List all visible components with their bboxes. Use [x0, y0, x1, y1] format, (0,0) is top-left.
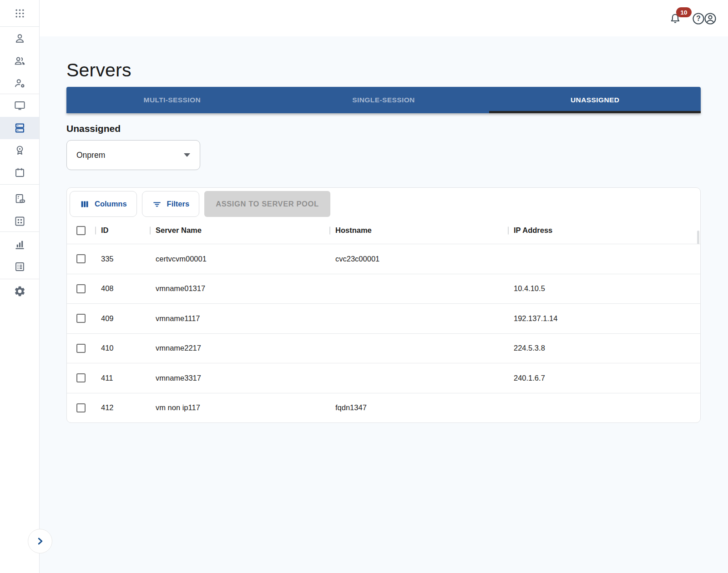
row-checkbox-cell [67, 344, 95, 353]
columns-button[interactable]: Columns [70, 191, 137, 217]
svg-text:?: ? [696, 15, 701, 22]
row-checkbox[interactable] [76, 373, 86, 382]
scrollbar-thumb[interactable] [697, 231, 699, 244]
cell-server-name: vmname01317 [150, 284, 329, 293]
table-toolbar: Columns Filters ASSIGN TO SERVER POOL [67, 188, 700, 217]
account-button[interactable] [703, 12, 717, 25]
sidebar-item-reports[interactable] [0, 233, 39, 256]
badge-icon [14, 144, 26, 156]
account-icon [703, 12, 717, 25]
environment-dropdown[interactable]: Onprem [66, 140, 200, 170]
table-body: 335 certvcvm00001 cvc23c00001 408 vmname… [67, 244, 700, 422]
page-title: Servers [66, 60, 131, 81]
document-link-icon [14, 193, 26, 205]
table-row[interactable]: 409 vmname1117 192.137.1.14 [67, 303, 700, 333]
cell-server-name: vm non ip117 [150, 403, 329, 412]
cell-hostname: fqdn1347 [329, 403, 508, 412]
sidebar-item-desktops[interactable] [0, 95, 39, 117]
chevron-down-icon [184, 153, 190, 157]
sidebar-expand-button[interactable] [28, 529, 52, 553]
row-checkbox-cell [67, 403, 95, 412]
section-heading: Unassigned [66, 123, 121, 134]
tab-single-session[interactable]: SINGLE-SESSION [278, 87, 490, 113]
table-row[interactable]: 408 vmname01317 10.4.10.5 [67, 274, 700, 304]
sidebar [0, 0, 40, 573]
row-checkbox[interactable] [76, 254, 86, 263]
row-checkbox-cell [67, 314, 95, 323]
table-row[interactable]: 335 certvcvm00001 cvc23c00001 [67, 244, 700, 274]
header-checkbox-cell [67, 226, 95, 235]
apps-grid-icon [14, 8, 25, 19]
monitor-icon [14, 100, 26, 112]
row-checkbox[interactable] [76, 344, 86, 353]
cell-ip-address: 10.4.10.5 [508, 284, 700, 293]
sidebar-item-groups[interactable] [0, 50, 39, 72]
filters-button[interactable]: Filters [142, 191, 200, 217]
settings-icon [14, 285, 26, 297]
sidebar-item-schedule[interactable] [0, 161, 39, 184]
sidebar-item-applications[interactable] [0, 210, 39, 232]
cell-id: 335 [95, 255, 150, 263]
cell-server-name: certvcvm00001 [150, 255, 329, 263]
tab-bar: MULTI-SESSION SINGLE-SESSION UNASSIGNED [66, 87, 701, 113]
sidebar-divider [0, 26, 39, 27]
filters-button-label: Filters [167, 200, 190, 208]
apps-squares-icon [14, 215, 26, 227]
cell-id: 412 [95, 403, 150, 412]
cell-id: 410 [95, 344, 150, 352]
sidebar-item-logs[interactable] [0, 256, 39, 278]
people-icon [14, 55, 26, 67]
notification-badge: 10 [676, 7, 692, 17]
sidebar-divider [0, 279, 39, 279]
row-checkbox[interactable] [76, 403, 86, 412]
sidebar-divider [0, 184, 39, 185]
columns-icon [80, 199, 90, 209]
sidebar-item-servers[interactable] [0, 117, 39, 139]
sidebar-item-certificates[interactable] [0, 139, 39, 161]
table-row[interactable]: 411 vmname3317 240.1.6.7 [67, 363, 700, 393]
column-header-server-name[interactable]: Server Name [150, 226, 329, 235]
assign-to-server-pool-button[interactable]: ASSIGN TO SERVER POOL [204, 191, 330, 217]
table-row[interactable]: 410 vmname2217 224.5.3.8 [67, 333, 700, 363]
sidebar-item-users[interactable] [0, 27, 39, 50]
cell-ip-address: 240.1.6.7 [508, 374, 700, 382]
cell-id: 408 [95, 284, 150, 293]
tab-multi-session[interactable]: MULTI-SESSION [66, 87, 278, 113]
row-checkbox-cell [67, 284, 95, 293]
cell-ip-address: 192.137.1.14 [508, 314, 700, 323]
column-header-id[interactable]: ID [95, 226, 150, 235]
person-icon [14, 32, 26, 45]
cell-hostname: cvc23c00001 [329, 255, 508, 263]
select-all-checkbox[interactable] [76, 226, 86, 235]
cell-server-name: vmname2217 [150, 344, 329, 352]
sidebar-divider [0, 231, 39, 232]
row-checkbox-cell [67, 373, 95, 382]
row-checkbox[interactable] [76, 284, 86, 293]
bar-chart-icon [14, 238, 26, 251]
servers-icon [14, 122, 26, 134]
cell-id: 411 [95, 374, 150, 382]
environment-dropdown-value: Onprem [76, 151, 105, 160]
column-header-hostname[interactable]: Hostname [329, 226, 508, 235]
row-checkbox[interactable] [76, 314, 86, 323]
person-settings-icon [14, 77, 26, 90]
cell-server-name: vmname3317 [150, 374, 329, 382]
sidebar-item-user-settings[interactable] [0, 72, 39, 95]
cell-id: 409 [95, 314, 150, 323]
cell-ip-address: 224.5.3.8 [508, 344, 700, 352]
cell-server-name: vmname1117 [150, 314, 329, 323]
chevron-right-icon [34, 535, 46, 547]
row-checkbox-cell [67, 254, 95, 263]
table-row[interactable]: 412 vm non ip117 fqdn1347 [67, 393, 700, 423]
tab-unassigned[interactable]: UNASSIGNED [489, 87, 701, 113]
sidebar-item-settings[interactable] [0, 280, 39, 302]
columns-button-label: Columns [95, 200, 127, 208]
table-header-row: ID Server Name Hostname IP Address [67, 217, 700, 244]
column-header-ip-address[interactable]: IP Address [508, 226, 700, 235]
sidebar-divider [0, 94, 39, 94]
sidebar-item-app-launcher[interactable] [0, 2, 39, 25]
list-icon [14, 261, 26, 273]
assign-button-label: ASSIGN TO SERVER POOL [216, 200, 319, 208]
calendar-icon [14, 166, 26, 179]
sidebar-item-connections[interactable] [0, 188, 39, 210]
